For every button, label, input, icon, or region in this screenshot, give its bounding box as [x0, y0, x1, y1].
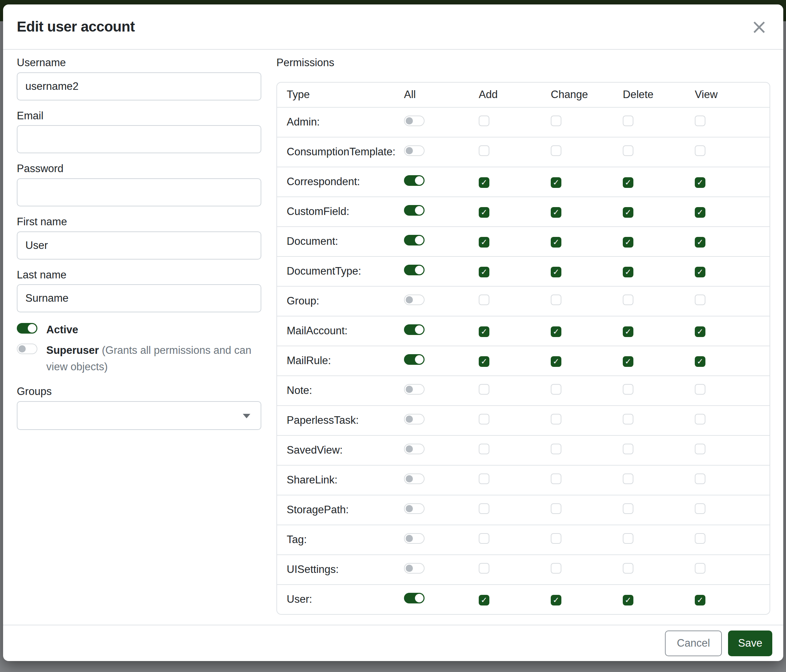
permission-add-checkbox[interactable]: ✓ — [479, 267, 489, 277]
permission-type-label: SavedView: — [277, 444, 401, 456]
permission-all-toggle[interactable] — [404, 563, 424, 574]
permission-view-checkbox[interactable]: ✓ — [695, 207, 706, 218]
superuser-toggle[interactable] — [17, 344, 38, 354]
permission-add-checkbox[interactable] — [479, 116, 489, 126]
permission-view-checkbox[interactable] — [695, 503, 706, 514]
cancel-button[interactable]: Cancel — [665, 631, 722, 656]
permission-add-checkbox[interactable]: ✓ — [479, 327, 489, 337]
permission-change-checkbox[interactable]: ✓ — [551, 177, 561, 188]
active-toggle[interactable] — [17, 323, 38, 334]
permission-add-checkbox[interactable] — [479, 444, 489, 454]
permission-all-toggle[interactable] — [404, 175, 424, 186]
permission-add-checkbox[interactable] — [479, 474, 489, 484]
permission-delete-checkbox[interactable] — [623, 444, 634, 454]
permission-delete-checkbox[interactable]: ✓ — [623, 267, 634, 277]
permission-all-toggle[interactable] — [404, 533, 424, 544]
permission-add-checkbox[interactable] — [479, 295, 489, 305]
close-button[interactable]: × — [747, 16, 771, 38]
permission-all-toggle[interactable] — [404, 324, 424, 335]
permission-change-checkbox[interactable]: ✓ — [551, 207, 561, 218]
permission-change-checkbox[interactable]: ✓ — [551, 267, 561, 277]
permission-all-toggle[interactable] — [404, 116, 424, 126]
permission-view-checkbox[interactable] — [695, 533, 706, 544]
groups-select[interactable] — [17, 401, 261, 430]
permission-add-checkbox[interactable] — [479, 384, 489, 395]
email-input[interactable] — [17, 125, 261, 153]
permission-change-checkbox[interactable] — [551, 563, 561, 574]
permission-add-checkbox[interactable] — [479, 503, 489, 514]
permission-add-checkbox[interactable]: ✓ — [479, 177, 489, 188]
permission-delete-checkbox[interactable]: ✓ — [623, 595, 634, 606]
permission-view-checkbox[interactable]: ✓ — [695, 327, 706, 337]
permission-delete-checkbox[interactable] — [623, 474, 634, 484]
permission-view-checkbox[interactable] — [695, 414, 706, 424]
permission-delete-checkbox[interactable]: ✓ — [623, 327, 634, 337]
permission-view-checkbox[interactable]: ✓ — [695, 595, 706, 606]
permission-all-toggle[interactable] — [404, 384, 424, 395]
permission-view-checkbox[interactable] — [695, 444, 706, 454]
permission-all-toggle[interactable] — [404, 295, 424, 305]
permission-delete-checkbox[interactable] — [623, 414, 634, 424]
permission-add-checkbox[interactable] — [479, 414, 489, 424]
permission-delete-checkbox[interactable] — [623, 384, 634, 395]
permission-change-checkbox[interactable] — [551, 384, 561, 395]
permission-view-checkbox[interactable]: ✓ — [695, 356, 706, 367]
permission-add-checkbox[interactable] — [479, 145, 489, 156]
permission-change-checkbox[interactable] — [551, 444, 561, 454]
permission-view-checkbox[interactable] — [695, 474, 706, 484]
permission-delete-checkbox[interactable]: ✓ — [623, 207, 634, 218]
permission-delete-checkbox[interactable] — [623, 295, 634, 305]
permission-delete-checkbox[interactable] — [623, 116, 634, 126]
permission-all-toggle[interactable] — [404, 444, 424, 454]
permission-change-checkbox[interactable]: ✓ — [551, 595, 561, 606]
permissions-header-row: Type All Add Change Delete View — [277, 83, 770, 107]
permission-delete-checkbox[interactable] — [623, 503, 634, 514]
permission-view-checkbox[interactable] — [695, 563, 706, 574]
permission-delete-checkbox[interactable] — [623, 145, 634, 156]
permission-all-toggle[interactable] — [404, 593, 424, 603]
permission-add-checkbox[interactable]: ✓ — [479, 207, 489, 218]
permission-all-toggle[interactable] — [404, 145, 424, 156]
permission-all-toggle[interactable] — [404, 414, 424, 424]
permission-delete-checkbox[interactable] — [623, 533, 634, 544]
permission-delete-checkbox[interactable]: ✓ — [623, 177, 634, 188]
permission-change-checkbox[interactable] — [551, 533, 561, 544]
permission-add-checkbox[interactable] — [479, 563, 489, 574]
first-name-input[interactable] — [17, 231, 261, 259]
permission-view-checkbox[interactable]: ✓ — [695, 267, 706, 277]
permission-add-checkbox[interactable] — [479, 533, 489, 544]
username-input[interactable] — [17, 72, 261, 100]
permission-add-checkbox[interactable]: ✓ — [479, 237, 489, 248]
permission-row: DocumentType: ✓ ✓ ✓ ✓ — [277, 256, 770, 286]
permission-change-checkbox[interactable]: ✓ — [551, 327, 561, 337]
permission-all-toggle[interactable] — [404, 205, 424, 216]
toggle-knob — [406, 117, 413, 124]
permission-change-checkbox[interactable] — [551, 414, 561, 424]
permission-view-checkbox[interactable] — [695, 384, 706, 395]
permission-change-checkbox[interactable] — [551, 295, 561, 305]
permission-view-checkbox[interactable]: ✓ — [695, 237, 706, 248]
permission-all-toggle[interactable] — [404, 265, 424, 275]
permission-delete-checkbox[interactable]: ✓ — [623, 237, 634, 248]
permission-change-checkbox[interactable]: ✓ — [551, 356, 561, 367]
permission-change-checkbox[interactable]: ✓ — [551, 237, 561, 248]
permission-delete-checkbox[interactable] — [623, 563, 634, 574]
permission-change-checkbox[interactable] — [551, 145, 561, 156]
permission-all-toggle[interactable] — [404, 235, 424, 245]
permission-all-toggle[interactable] — [404, 354, 424, 365]
permission-add-checkbox[interactable]: ✓ — [479, 595, 489, 606]
permission-view-checkbox[interactable] — [695, 295, 706, 305]
password-input[interactable] — [17, 178, 261, 206]
permission-view-checkbox[interactable] — [695, 116, 706, 126]
permission-delete-checkbox[interactable]: ✓ — [623, 356, 634, 367]
permission-all-toggle[interactable] — [404, 474, 424, 484]
permission-change-checkbox[interactable] — [551, 116, 561, 126]
save-button[interactable]: Save — [728, 631, 772, 656]
permission-change-checkbox[interactable] — [551, 503, 561, 514]
permission-add-checkbox[interactable]: ✓ — [479, 356, 489, 367]
permission-all-toggle[interactable] — [404, 503, 424, 514]
permission-view-checkbox[interactable] — [695, 145, 706, 156]
permission-change-checkbox[interactable] — [551, 474, 561, 484]
last-name-input[interactable] — [17, 284, 261, 312]
permission-view-checkbox[interactable]: ✓ — [695, 177, 706, 188]
